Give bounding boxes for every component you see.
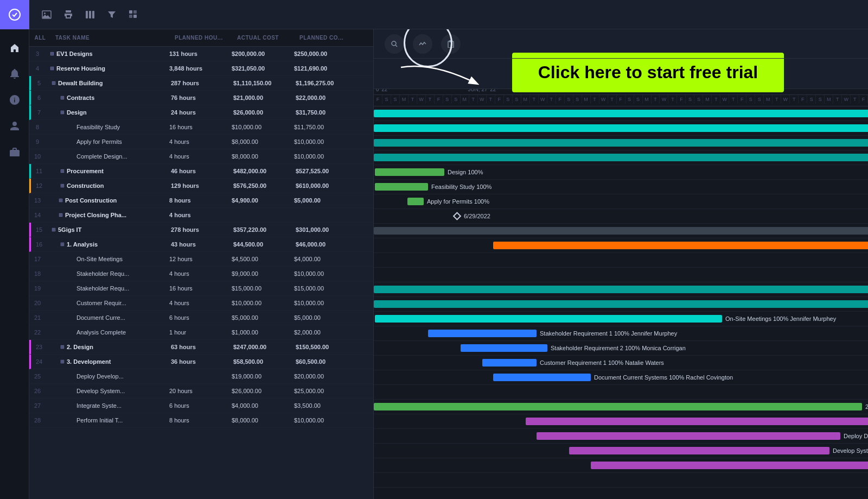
- gantt-bar[interactable]: [407, 198, 424, 205]
- expand-icon[interactable]: ⊞: [60, 359, 65, 364]
- table-row[interactable]: 17 On-Site Meetings 12 hours $4,500.00 $…: [29, 252, 373, 267]
- expand-icon[interactable]: ⊞: [50, 66, 54, 71]
- gantt-day-cell: S: [816, 95, 825, 104]
- table-row[interactable]: 15 ⊞ 5Gigs IT 278 hours $357,220.00 $301…: [29, 223, 373, 237]
- table-row[interactable]: 25 Deploy Develop... $19,000.00 $20,000.…: [29, 369, 373, 384]
- expand-icon[interactable]: ⊞: [60, 183, 65, 188]
- table-row[interactable]: 6 ⊞ Contracts 76 hours $21,000.00 $22,00…: [29, 91, 373, 105]
- table-row[interactable]: 9 Apply for Permits 4 hours $8,000.00 $1…: [29, 135, 373, 149]
- table-row[interactable]: 8 Feasibility Study 16 hours $10,000.00 …: [29, 120, 373, 135]
- table-row[interactable]: 11 ⊞ Procurement 46 hours $482,000.00 $5…: [29, 164, 373, 179]
- gantt-bar[interactable]: [537, 432, 840, 440]
- row-task-name: Analysis Complete: [46, 329, 165, 336]
- table-row[interactable]: 24 ⊞ 3. Development 36 hours $58,500.00 …: [29, 355, 373, 369]
- table-body: 3 ⊞ EV1 Designs 131 hours $200,000.00 $2…: [29, 47, 373, 428]
- briefcase-icon[interactable]: [4, 141, 25, 163]
- expand-icon[interactable]: ⊞: [60, 344, 65, 350]
- row-planned: 63 hours: [167, 344, 229, 350]
- row-task-name: ⊞ Design: [47, 109, 167, 116]
- gantt-icon-search[interactable]: [385, 34, 404, 54]
- gantt-bar[interactable]: [374, 286, 868, 293]
- row-planned: 12 hours: [165, 256, 227, 262]
- row-planned-co: $610,000.00: [291, 182, 354, 189]
- expand-icon[interactable]: ⊞: [52, 80, 56, 86]
- gantt-bar[interactable]: [374, 139, 868, 147]
- gantt-day-cell: S: [626, 95, 634, 104]
- user-icon[interactable]: [4, 115, 25, 137]
- table-row[interactable]: 19 Stakeholder Requ... 16 hours $15,000.…: [29, 281, 373, 296]
- grid-toolbar-icon[interactable]: [125, 6, 142, 23]
- gantt-bar[interactable]: [428, 330, 537, 337]
- table-row[interactable]: 28 Perform Initial T... 8 hours $8,000.0…: [29, 413, 373, 428]
- expand-icon[interactable]: ⊞: [60, 242, 65, 247]
- row-actual: $4,000.00: [227, 402, 290, 409]
- gantt-bar[interactable]: [461, 344, 547, 352]
- gantt-bar[interactable]: [493, 242, 868, 249]
- gantt-row: [374, 136, 868, 150]
- gantt-icon-wave[interactable]: [413, 34, 432, 54]
- gantt-bar[interactable]: [374, 124, 868, 132]
- print-toolbar-icon[interactable]: [60, 6, 77, 23]
- expand-icon[interactable]: ⊞: [59, 198, 63, 203]
- bell-icon[interactable]: [4, 63, 25, 85]
- table-row[interactable]: 23 ⊞ 2. Design 63 hours $247,000.00 $150…: [29, 340, 373, 355]
- row-actual: $1,110,150.00: [229, 80, 291, 86]
- table-row[interactable]: 20 Customer Requir... 4 hours $10,000.00…: [29, 296, 373, 311]
- gantt-bar[interactable]: [374, 403, 862, 410]
- gantt-day-cell: T: [773, 95, 781, 104]
- table-row[interactable]: 22 Analysis Complete 1 hour $1,000.00 $2…: [29, 325, 373, 340]
- table-row[interactable]: 7 ⊞ Design 24 hours $26,000.00 $31,750.0…: [29, 105, 373, 120]
- table-row[interactable]: 4 ⊞ Reserve Housing 3,848 hours $321,050…: [29, 61, 373, 76]
- row-planned: 76 hours: [167, 94, 229, 101]
- table-row[interactable]: 21 Document Curre... 6 hours $5,000.00 $…: [29, 311, 373, 325]
- table-row[interactable]: 18 Stakeholder Requ... 4 hours $9,000.00…: [29, 267, 373, 281]
- gantt-bar[interactable]: [374, 300, 868, 308]
- table-row[interactable]: 3 ⊞ EV1 Designs 131 hours $200,000.00 $2…: [29, 47, 373, 61]
- gantt-day-cell: M: [582, 95, 591, 104]
- row-planned: 16 hours: [165, 285, 227, 292]
- gantt-bar[interactable]: [526, 418, 868, 425]
- row-actual: $5,000.00: [227, 314, 290, 321]
- table-row[interactable]: 12 ⊞ Construction 129 hours $576,250.00 …: [29, 179, 373, 193]
- gantt-bar[interactable]: [375, 183, 428, 191]
- table-row[interactable]: 14 ⊞ Project Closing Pha... 4 hours: [29, 208, 373, 223]
- home-icon[interactable]: [4, 37, 25, 59]
- row-task-name: Complete Design...: [46, 153, 165, 160]
- table-row[interactable]: 16 ⊞ 1. Analysis 43 hours $44,500.00 $46…: [29, 237, 373, 252]
- gantt-bar[interactable]: [375, 168, 444, 176]
- expand-icon[interactable]: ⊞: [50, 51, 54, 56]
- row-number: 19: [29, 285, 46, 292]
- gantt-bar[interactable]: [591, 462, 868, 469]
- expand-icon[interactable]: ⊞: [52, 227, 56, 232]
- table-row[interactable]: 10 Complete Design... 4 hours $8,000.00 …: [29, 149, 373, 164]
- milestone-label: 6/29/2022: [464, 213, 490, 219]
- gantt-bar[interactable]: [569, 447, 829, 454]
- clock-icon[interactable]: [4, 89, 25, 111]
- expand-icon[interactable]: ⊞: [60, 110, 65, 115]
- table-row[interactable]: 13 ⊞ Post Construction 8 hours $4,900.00…: [29, 193, 373, 208]
- sidebar: [0, 0, 29, 499]
- table-row[interactable]: 27 Integrate Syste... 6 hours $4,000.00 …: [29, 399, 373, 413]
- table-row[interactable]: 26 Develop System... 20 hours $26,000.00…: [29, 384, 373, 399]
- columns-toolbar-icon[interactable]: [81, 6, 99, 23]
- gantt-bar[interactable]: [482, 359, 537, 367]
- gantt-bar[interactable]: [493, 374, 591, 381]
- filter-toolbar-icon[interactable]: [103, 6, 120, 23]
- row-task-name: ⊞ Post Construction: [46, 197, 165, 204]
- gantt-bar[interactable]: [374, 154, 868, 161]
- gantt-bar[interactable]: [375, 315, 722, 323]
- image-toolbar-icon[interactable]: [38, 6, 55, 23]
- gantt-icon-clipboard[interactable]: [441, 34, 461, 54]
- row-task-name: Apply for Permits: [46, 138, 165, 145]
- expand-icon[interactable]: ⊞: [60, 95, 65, 100]
- gantt-bar-label: Stakeholder Requirement 2 100% Monica Co…: [551, 345, 686, 351]
- expand-icon[interactable]: ⊞: [60, 168, 65, 174]
- row-number: 11: [31, 168, 47, 174]
- table-row[interactable]: 5 ⊞ Dewalt Building 287 hours $1,110,150…: [29, 76, 373, 91]
- row-task-name: ⊞ Reserve Housing: [46, 65, 165, 72]
- gantt-bar[interactable]: [374, 227, 868, 235]
- gantt-day-cell: S: [807, 95, 816, 104]
- expand-icon[interactable]: ⊞: [59, 212, 63, 218]
- gantt-day-cell: M: [703, 95, 712, 104]
- gantt-bar[interactable]: [374, 110, 868, 117]
